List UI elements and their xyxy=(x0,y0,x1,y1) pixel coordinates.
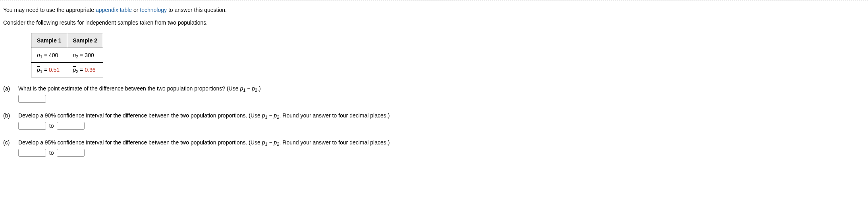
part-c-label: (c) xyxy=(3,139,17,146)
part-b-p2-sub: 2 xyxy=(277,115,279,119)
n1-sub: 1 xyxy=(40,54,42,59)
part-b-p1-sub: 1 xyxy=(265,115,267,119)
part-b-low-input[interactable] xyxy=(18,122,46,130)
part-c-text-pre: Develop a 95% confidence interval for th… xyxy=(18,139,262,146)
part-a-p2-sub: 2 xyxy=(255,88,257,92)
intro-text-suffix: to answer this question. xyxy=(167,7,227,13)
part-c-to-text: to xyxy=(49,150,54,156)
samples-table: Sample 1 Sample 2 n1 = 400 n2 = 300 p1 =… xyxy=(31,33,103,77)
p2-eq: = xyxy=(78,67,85,73)
table-cell-p2: p2 = 0.36 xyxy=(67,63,103,77)
n1-var: n xyxy=(37,52,40,58)
appendix-table-link[interactable]: appendix table xyxy=(96,7,132,13)
intro-text-mid: or xyxy=(132,7,140,13)
part-a-text-pre: What is the point estimate of the differ… xyxy=(18,85,240,92)
intro-line: You may need to use the appropriate appe… xyxy=(3,7,865,13)
part-c-text-post: . Round your answer to four decimal plac… xyxy=(280,139,390,146)
part-b-text-pre: Develop a 90% confidence interval for th… xyxy=(18,112,262,119)
part-c-minus: − xyxy=(268,139,274,146)
consider-text: Consider the following results for indep… xyxy=(3,19,865,26)
table-header-sample1: Sample 1 xyxy=(31,33,67,48)
part-a-label: (a) xyxy=(3,85,17,92)
part-c-question: Develop a 95% confidence interval for th… xyxy=(18,139,864,146)
n1-eq: = 400 xyxy=(42,52,58,58)
part-c-p2-sub: 2 xyxy=(277,142,279,146)
part-a: (a) What is the point estimate of the di… xyxy=(3,85,865,103)
table-cell-p1: p1 = 0.51 xyxy=(31,63,67,77)
n2-sub: 2 xyxy=(76,54,78,59)
part-b-text-post: . Round your answer to four decimal plac… xyxy=(280,112,390,119)
p2-value: 0.36 xyxy=(85,67,95,73)
part-c-p1-sub: 1 xyxy=(265,142,267,146)
n2-eq: = 300 xyxy=(78,52,94,58)
part-c-low-input[interactable] xyxy=(18,149,46,157)
table-header-sample2: Sample 2 xyxy=(67,33,103,48)
part-a-minus: − xyxy=(245,85,252,92)
table-cell-n2: n2 = 300 xyxy=(67,48,103,63)
part-b: (b) Develop a 90% confidence interval fo… xyxy=(3,112,865,130)
part-b-question: Develop a 90% confidence interval for th… xyxy=(18,112,864,119)
part-a-answer-input[interactable] xyxy=(18,95,46,103)
part-b-high-input[interactable] xyxy=(57,122,85,130)
part-b-label: (b) xyxy=(3,112,17,119)
part-b-to-text: to xyxy=(49,123,54,129)
part-b-minus: − xyxy=(268,112,274,119)
p1-eq: = xyxy=(42,67,49,73)
technology-link[interactable]: technology xyxy=(140,7,167,13)
p2-sub: 2 xyxy=(76,69,78,74)
part-a-question: What is the point estimate of the differ… xyxy=(18,85,864,92)
p1-sub: 1 xyxy=(40,69,42,74)
part-a-p2: p xyxy=(252,85,255,92)
part-a-text-post: .) xyxy=(257,85,261,92)
part-c: (c) Develop a 95% confidence interval fo… xyxy=(3,139,865,157)
part-c-high-input[interactable] xyxy=(57,149,85,157)
p1-value: 0.51 xyxy=(49,67,60,73)
p1-var: p xyxy=(37,67,40,73)
intro-text-prefix: You may need to use the appropriate xyxy=(3,7,96,13)
table-cell-n1: n1 = 400 xyxy=(31,48,67,63)
part-a-p1-sub: 1 xyxy=(243,88,245,92)
